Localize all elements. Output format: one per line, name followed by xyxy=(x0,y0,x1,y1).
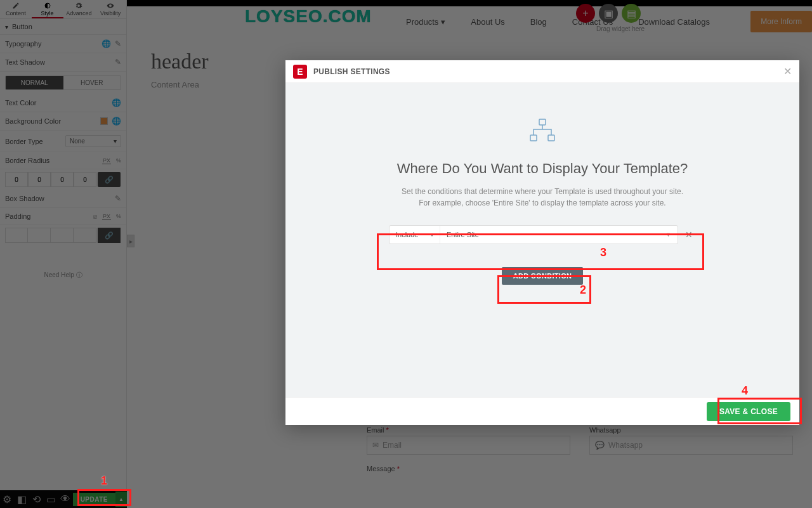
add-condition-wrap: ADD CONDITION xyxy=(502,267,584,285)
close-icon[interactable]: ✕ xyxy=(783,65,792,77)
scope-value: Entire Site xyxy=(447,231,479,238)
chevron-down-icon: ▾ xyxy=(431,232,433,238)
save-close-button[interactable]: SAVE & CLOSE xyxy=(707,402,790,421)
modal-header: E PUBLISH SETTINGS ✕ xyxy=(285,60,799,83)
svg-rect-2 xyxy=(530,135,537,141)
modal-footer: SAVE & CLOSE xyxy=(285,397,799,425)
modal-description: Set the conditions that determine where … xyxy=(402,186,683,209)
condition-scope-select[interactable]: Entire Site▼ xyxy=(440,231,678,238)
publish-settings-modal: E PUBLISH SETTINGS ✕ Where Do You Want t… xyxy=(285,60,799,425)
sitemap-icon xyxy=(528,119,556,143)
modal-heading: Where Do You Want to Display Your Templa… xyxy=(397,160,688,177)
condition-include-select[interactable]: Include▾ xyxy=(390,226,440,244)
modal-title: PUBLISH SETTINGS xyxy=(313,67,390,76)
chevron-down-icon: ▼ xyxy=(665,231,671,238)
annotation-label-3: 3 xyxy=(600,246,606,259)
condition-row: Include▾ Entire Site▼ xyxy=(389,225,678,244)
remove-condition-icon[interactable]: ✕ xyxy=(682,230,696,240)
annotation-label-1: 1 xyxy=(101,474,107,488)
elementor-logo-icon: E xyxy=(293,65,307,79)
annotation-label-2: 2 xyxy=(580,283,586,297)
include-value: Include xyxy=(396,231,418,238)
modal-body: Where Do You Want to Display Your Templa… xyxy=(285,83,799,397)
svg-rect-3 xyxy=(548,135,554,141)
annotation-label-4: 4 xyxy=(742,384,748,398)
svg-rect-1 xyxy=(539,119,546,125)
add-condition-button[interactable]: ADD CONDITION xyxy=(502,267,584,285)
